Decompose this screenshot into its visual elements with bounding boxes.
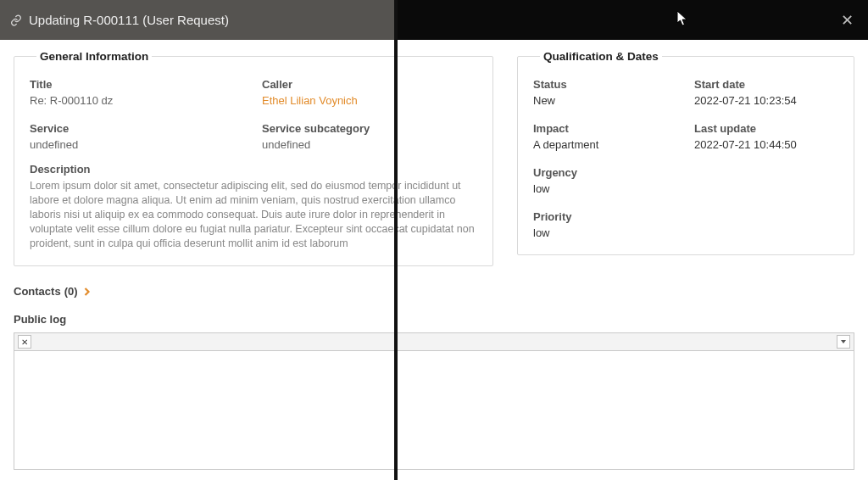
body: General Information Title Re: R-000110 d… (0, 40, 868, 266)
field-description-value: Lorem ipsum dolor sit amet, consectetur … (30, 179, 477, 250)
field-description: Description Lorem ipsum dolor sit amet, … (30, 163, 477, 250)
vertical-divider[interactable] (394, 0, 398, 480)
field-title: Title Re: R-000110 dz (30, 78, 245, 107)
link-icon (10, 14, 22, 26)
field-caller-value[interactable]: Ethel Lilian Voynich (262, 94, 477, 107)
field-urgency-label: Urgency (533, 166, 677, 179)
field-caller: Caller Ethel Lilian Voynich (262, 78, 477, 107)
field-impact-label: Impact (533, 122, 677, 135)
field-service-value: undefined (30, 138, 245, 151)
field-urgency-value: low (533, 182, 677, 195)
field-urgency: Urgency low (533, 166, 677, 195)
toolbar-clear-button[interactable]: ✕ (18, 335, 31, 349)
field-start-date-value: 2022-07-21 10:23:54 (694, 94, 838, 107)
field-subcategory-label: Service subcategory (262, 122, 477, 135)
general-information-legend: General Information (36, 50, 152, 63)
close-icon: ✕ (841, 11, 854, 30)
page-title: Updating R-000111 (User Request) (29, 13, 229, 27)
field-subcategory-value: undefined (262, 138, 477, 151)
public-log-toolbar: ✕ (14, 332, 854, 351)
general-information-panel: General Information Title Re: R-000110 d… (14, 50, 493, 266)
header-right: ✕ (394, 0, 868, 40)
field-status: Status New (533, 78, 677, 107)
field-last-update: Last update 2022-07-21 10:44:50 (694, 122, 838, 151)
qualification-dates-legend: Qualification & Dates (540, 50, 662, 63)
field-priority-label: Priority (533, 210, 677, 223)
contacts-count: (0) (64, 285, 78, 298)
contacts-toggle[interactable]: Contacts (0) (14, 285, 854, 298)
lower-section: Contacts (0) Public log ✕ (0, 285, 868, 470)
field-status-value: New (533, 94, 677, 107)
field-service-label: Service (30, 122, 245, 135)
field-title-value: Re: R-000110 dz (30, 94, 245, 107)
clear-icon: ✕ (21, 338, 28, 347)
field-last-update-label: Last update (694, 122, 838, 135)
close-button[interactable]: ✕ (834, 0, 860, 40)
field-start-date: Start date 2022-07-21 10:23:54 (694, 78, 838, 107)
public-log-title: Public log (14, 313, 854, 326)
chevron-right-icon (83, 287, 91, 297)
right-column: Qualification & Dates Status New Start d… (517, 50, 854, 266)
header-left: Updating R-000111 (User Request) (0, 0, 394, 40)
field-service: Service undefined (30, 122, 245, 151)
field-title-label: Title (30, 78, 245, 91)
field-priority: Priority low (533, 210, 677, 239)
field-subcategory: Service subcategory undefined (262, 122, 477, 151)
header-bar: Updating R-000111 (User Request) ✕ (0, 0, 868, 40)
qualification-dates-panel: Qualification & Dates Status New Start d… (517, 50, 854, 255)
field-start-date-label: Start date (694, 78, 838, 91)
public-log-editor[interactable] (14, 351, 854, 470)
field-status-label: Status (533, 78, 677, 91)
field-description-label: Description (30, 163, 477, 176)
contacts-label: Contacts (14, 285, 61, 298)
field-last-update-value: 2022-07-21 10:44:50 (694, 138, 838, 151)
field-impact-value: A department (533, 138, 677, 151)
field-impact: Impact A department (533, 122, 677, 151)
toolbar-dropdown-button[interactable] (837, 335, 850, 349)
left-column: General Information Title Re: R-000110 d… (14, 50, 493, 266)
field-caller-label: Caller (262, 78, 477, 91)
field-priority-value: low (533, 226, 677, 239)
